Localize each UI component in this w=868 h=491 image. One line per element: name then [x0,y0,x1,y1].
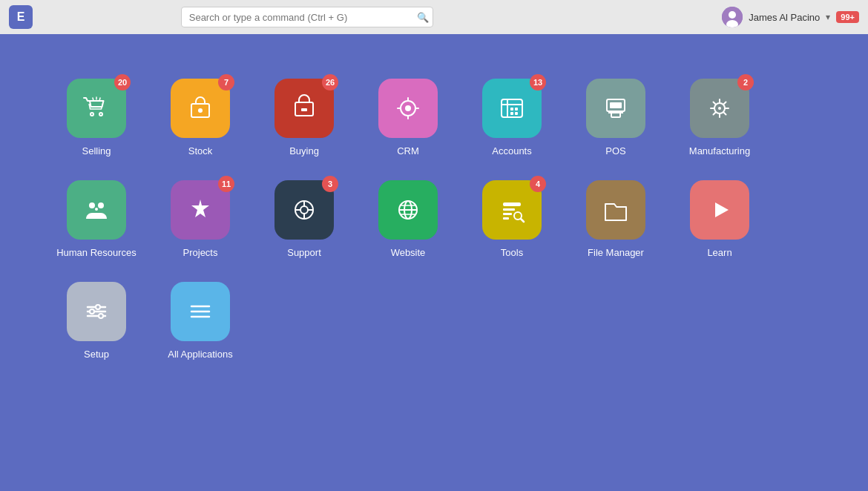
selling-badge: 20 [114,74,131,90]
stock-label: Stock [188,145,213,158]
crm-label: CRM [397,145,419,158]
app-item-manufacturing[interactable]: 2Manufacturing [668,71,772,165]
svg-point-4 [198,108,203,113]
buying-label: Buying [289,145,319,158]
app-item-tools[interactable]: 4Tools [460,173,564,267]
support-icon: 3 [274,180,334,240]
app-item-hr[interactable]: Human Resources [45,173,148,267]
svg-point-51 [90,309,94,314]
svg-point-50 [96,305,100,309]
filemanager-icon [586,180,645,240]
stock-badge: 7 [218,74,234,90]
search-input[interactable] [181,7,433,27]
svg-rect-16 [510,108,513,111]
svg-point-30 [300,206,308,214]
svg-rect-6 [301,108,307,111]
app-logo[interactable]: E [9,5,33,29]
accounts-label: Accounts [492,145,531,158]
svg-point-26 [89,202,95,208]
tools-icon: 4 [482,180,542,240]
svg-point-25 [718,107,721,110]
app-item-learn[interactable]: Learn [668,173,772,267]
topbar-right: James Al Pacino ▾ 99+ [722,7,859,27]
projects-badge: 11 [218,176,234,192]
support-badge: 3 [322,176,338,192]
app-item-selling[interactable]: 20Selling [45,71,148,165]
app-item-allapps[interactable]: All Applications [148,274,252,369]
svg-point-52 [99,314,103,318]
main-content: 20Selling 7Stock 26Buying CRM 13Accounts [0,34,868,376]
app-item-pos[interactable]: POS [564,71,668,165]
manufacturing-badge: 2 [737,74,754,90]
projects-label: Projects [183,247,218,260]
stock-icon: 7 [171,79,230,138]
svg-rect-43 [503,217,509,220]
learn-icon [690,180,749,240]
svg-line-45 [521,219,524,222]
hr-label: Human Resources [56,247,137,260]
pos-label: POS [605,145,625,158]
app-item-buying[interactable]: 26Buying [252,71,356,165]
crm-icon [378,79,438,138]
tools-label: Tools [501,247,523,260]
svg-rect-19 [515,112,518,115]
pos-icon [586,79,645,138]
search-bar: 🔍 [181,7,433,27]
setup-icon [67,282,126,341]
accounts-badge: 13 [530,74,546,90]
allapps-icon [171,282,230,341]
app-item-filemanager[interactable]: File Manager [564,173,668,267]
app-item-setup[interactable]: Setup [45,274,148,369]
website-label: Website [391,247,426,260]
app-item-accounts[interactable]: 13Accounts [460,71,564,165]
svg-rect-18 [510,112,513,115]
app-item-projects[interactable]: 11Projects [148,173,252,267]
search-icon: 🔍 [417,12,429,23]
buying-badge: 26 [322,74,338,90]
accounts-icon: 13 [482,79,542,138]
app-row: Human Resources 11Projects 3Support Webs… [45,173,772,267]
user-dropdown-icon[interactable]: ▾ [826,12,830,22]
svg-rect-42 [503,213,512,215]
svg-rect-40 [503,202,521,206]
website-icon [378,180,438,240]
manufacturing-icon: 2 [690,79,749,138]
app-grid: 20Selling 7Stock 26Buying CRM 13Accounts [45,71,823,376]
app-row: 20Selling 7Stock 26Buying CRM 13Accounts [45,71,772,165]
app-item-stock[interactable]: 7Stock [148,71,252,165]
svg-point-8 [405,105,411,111]
app-item-crm[interactable]: CRM [356,71,460,165]
app-item-website[interactable]: Website [356,173,460,267]
selling-label: Selling [82,145,111,158]
svg-marker-46 [715,202,729,217]
setup-label: Setup [84,349,109,361]
selling-icon: 20 [67,79,126,138]
svg-point-1 [729,11,736,19]
svg-point-28 [95,208,98,211]
svg-rect-41 [503,208,515,211]
notification-badge[interactable]: 99+ [836,11,859,23]
allapps-label: All Applications [168,349,232,361]
learn-label: Learn [707,247,731,260]
app-item-support[interactable]: 3Support [252,173,356,267]
app-row: Setup All Applications [45,274,252,369]
topbar: E 🔍 James Al Pacino ▾ 99+ [0,0,868,34]
svg-rect-21 [610,102,622,108]
svg-point-27 [98,202,104,208]
filemanager-label: File Manager [588,247,644,260]
buying-icon: 26 [274,79,334,138]
projects-icon: 11 [171,180,230,240]
hr-icon [67,180,126,240]
support-label: Support [287,247,321,260]
avatar [722,7,743,27]
svg-rect-17 [515,108,518,111]
tools-badge: 4 [530,176,546,192]
manufacturing-label: Manufacturing [689,145,750,158]
user-name[interactable]: James Al Pacino [749,12,820,23]
